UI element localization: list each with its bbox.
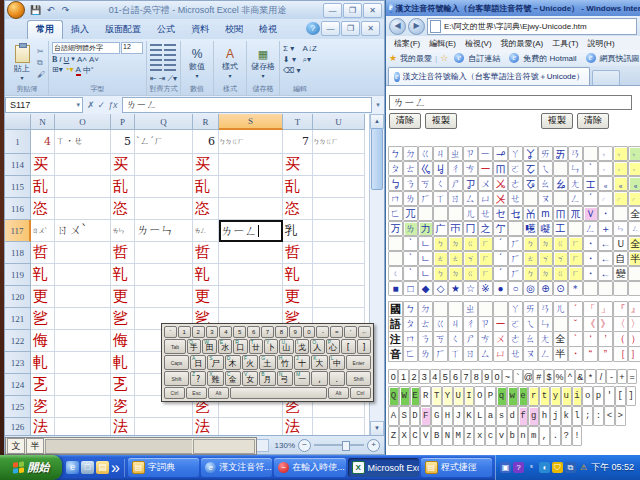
- cell[interactable]: 法: [283, 418, 313, 436]
- zhuyin-key[interactable]: ・: [598, 206, 613, 221]
- align-left-icon[interactable]: [150, 59, 162, 71]
- zhuyin-key[interactable]: ㄊ: [433, 251, 448, 266]
- zhuyin-key[interactable]: ㄥ: [538, 346, 553, 362]
- cell[interactable]: [55, 198, 111, 220]
- kbd-key[interactable]: 3: [206, 326, 219, 338]
- cell[interactable]: [313, 154, 365, 176]
- kbd-key[interactable]: 4: [219, 326, 232, 338]
- zhuyin-key[interactable]: ◇: [433, 281, 448, 296]
- copy-button-2[interactable]: 複製: [541, 113, 573, 129]
- phonetic-icon[interactable]: 中˚: [83, 65, 94, 76]
- letter-key[interactable]: ?: [561, 426, 572, 446]
- cell[interactable]: [135, 418, 193, 436]
- letter-key[interactable]: D: [410, 406, 421, 426]
- styles-button[interactable]: A 樣式▾: [217, 42, 243, 84]
- cell[interactable]: 乤: [31, 374, 55, 396]
- zhuyin-key[interactable]: ー: [493, 316, 508, 332]
- row-header-125[interactable]: 125: [5, 396, 31, 418]
- zhuyin-key[interactable]: ㄣ: [568, 161, 583, 176]
- zhuyin-key[interactable]: ㄖ: [448, 191, 463, 206]
- zhuyin-key[interactable]: ˊ: [493, 251, 508, 266]
- letter-key[interactable]: <: [604, 406, 615, 426]
- zhuyin-key[interactable]: 㘈: [538, 221, 553, 236]
- restore-button[interactable]: ❐: [343, 3, 362, 18]
- formula-expand-icon[interactable]: ▾: [372, 101, 384, 109]
- zhuyin-key[interactable]: ㄟ: [538, 161, 553, 176]
- zhuyin-key[interactable]: ㄛ: [508, 316, 523, 332]
- zhuyin-key[interactable]: ＋: [598, 221, 613, 236]
- vscroll-thumb[interactable]: [371, 128, 383, 190]
- kbd-key[interactable]: N弓: [277, 371, 293, 386]
- ribbon-tab-資料[interactable]: 資料: [183, 21, 217, 39]
- row-header-124[interactable]: 124: [5, 374, 31, 396]
- cell[interactable]: [219, 286, 283, 308]
- menu-item[interactable]: 檔案(F): [390, 38, 424, 49]
- kbd-key[interactable]: G土: [259, 355, 275, 370]
- zhuyin-key[interactable]: 工: [553, 221, 568, 236]
- sort-filter-icon[interactable]: A↓Z: [303, 44, 317, 53]
- letter-key[interactable]: l: [572, 406, 583, 426]
- letter-key[interactable]: !: [572, 426, 583, 446]
- zhuyin-key[interactable]: ］: [628, 346, 640, 362]
- letter-key[interactable]: ': [604, 386, 615, 406]
- kbd-key[interactable]: A日: [190, 355, 206, 370]
- kbd-key[interactable]: Y卜: [264, 339, 278, 354]
- kbd-key[interactable]: I戈: [295, 339, 309, 354]
- cell[interactable]: 乳: [283, 220, 313, 242]
- zhuyin-key[interactable]: ㄉ: [448, 236, 463, 251]
- zhuyin-key[interactable]: ⊕: [538, 281, 553, 296]
- kbd-key[interactable]: S尸: [207, 355, 223, 370]
- letter-key[interactable]: j: [550, 406, 561, 426]
- zhuyin-key[interactable]: ˊ: [493, 266, 508, 281]
- zhuyin-key[interactable]: ˊ: [583, 191, 598, 206]
- close-button[interactable]: ✕: [363, 3, 382, 18]
- align-center-icon[interactable]: [164, 59, 176, 71]
- italic-button[interactable]: I: [59, 55, 61, 64]
- zhuyin-key[interactable]: ㄋ: [418, 331, 433, 347]
- row-header-1[interactable]: 1: [5, 130, 31, 154]
- zhuyin-key[interactable]: ㄩ: [478, 191, 493, 206]
- zhuyin-key[interactable]: ㄐ: [433, 146, 448, 161]
- zhuyin-key[interactable]: ㄘ: [478, 331, 493, 347]
- zhuyin-key[interactable]: 㘃: [523, 221, 538, 236]
- zhuyin-key[interactable]: ㆴ: [613, 146, 628, 161]
- namebox-dropdown-icon[interactable]: ▾: [76, 101, 82, 109]
- letter-key[interactable]: .: [550, 426, 561, 446]
- kbd-key[interactable]: J十: [294, 355, 310, 370]
- zhuyin-key[interactable]: ㄪ: [388, 221, 403, 236]
- excel-window-controls[interactable]: — ❐ ✕: [323, 3, 382, 18]
- zhuyin-key[interactable]: ㆷ: [613, 191, 628, 206]
- zhuyin-key[interactable]: ˇ: [568, 316, 583, 332]
- cell[interactable]: 买: [31, 154, 55, 176]
- symbol-key[interactable]: 6: [450, 369, 460, 384]
- menu-item[interactable]: 檢視(V): [461, 38, 496, 49]
- cell[interactable]: 乱: [283, 176, 313, 198]
- cell[interactable]: ㄖㄨˋ: [31, 220, 55, 242]
- symbol-key[interactable]: &: [575, 369, 585, 384]
- cell[interactable]: ㄌㄣ: [111, 220, 135, 242]
- zhuyin-key[interactable]: ㄨ: [478, 176, 493, 191]
- letter-key[interactable]: >: [615, 406, 626, 426]
- cell[interactable]: 更: [111, 286, 135, 308]
- symbol-key[interactable]: 0: [388, 369, 398, 384]
- ribbon-tab-校閱[interactable]: 校閱: [217, 21, 251, 39]
- clear-button[interactable]: 清除: [389, 113, 421, 129]
- cell[interactable]: 买: [111, 154, 135, 176]
- letter-key[interactable]: ,: [539, 426, 550, 446]
- font-size-combo[interactable]: 12: [121, 42, 143, 54]
- quick-access-toolbar[interactable]: 💾 ↶ ↷: [29, 5, 72, 15]
- border-icon[interactable]: ⊞▾: [52, 65, 63, 76]
- warning-icon[interactable]: ⚠: [578, 462, 589, 473]
- cut-icon[interactable]: ✂: [37, 47, 45, 56]
- zoom-out-icon[interactable]: −: [298, 439, 311, 452]
- letter-key[interactable]: u: [561, 386, 572, 406]
- letter-key[interactable]: b: [507, 426, 518, 446]
- cell[interactable]: 更: [193, 286, 219, 308]
- cell[interactable]: [219, 154, 283, 176]
- zhuyin-key[interactable]: ㆧ: [523, 176, 538, 191]
- ribbon-tab-公式[interactable]: 公式: [149, 21, 183, 39]
- letter-key[interactable]: e: [518, 386, 529, 406]
- letter-key[interactable]: :: [593, 406, 604, 426]
- menu-item[interactable]: 我的最愛(A): [497, 38, 548, 49]
- zhuyin-key[interactable]: ㆢ: [433, 161, 448, 176]
